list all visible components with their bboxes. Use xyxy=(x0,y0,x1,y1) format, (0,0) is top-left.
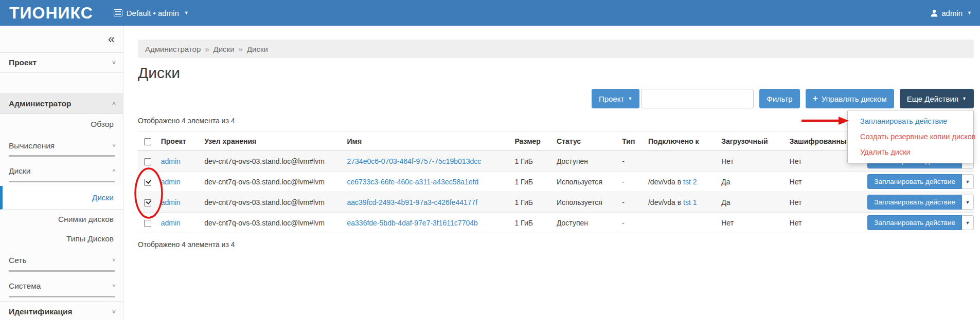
project-link[interactable]: admin xyxy=(161,219,181,227)
menu-item-create-backups[interactable]: Создать резервные копии дисков xyxy=(848,129,973,144)
attached-text: /dev/vda в xyxy=(648,178,683,186)
page-header: Диски xyxy=(138,58,974,85)
disk-name-link[interactable]: 2734e0c6-0703-464f-9757-75c19b013dcc xyxy=(347,157,482,165)
user-icon xyxy=(931,9,938,17)
status-cell: Используется xyxy=(557,192,622,213)
select-all-checkbox[interactable] xyxy=(144,138,151,145)
breadcrumb-item-admin[interactable]: Администратор xyxy=(145,45,201,53)
attached-instance-link[interactable]: tst 2 xyxy=(683,178,697,186)
disk-name-link[interactable]: ea336fde-5bdb-4daf-97e7-3f1611c7704b xyxy=(347,219,478,227)
project-link[interactable]: admin xyxy=(161,157,181,165)
user-menu[interactable]: admin ▼ xyxy=(931,9,980,17)
plus-icon: + xyxy=(813,93,818,104)
column-header-encrypted[interactable]: Зашифрованный xyxy=(790,131,854,151)
sidebar-item-identity[interactable]: Идентификация ˅ xyxy=(0,302,123,320)
host-cell: dev-cnt7q-ovs-03.stand.loc@lvm#lvm xyxy=(204,192,347,213)
sidebar-group-network[interactable]: Сеть ˅ xyxy=(0,250,123,271)
context-label: Default • admin xyxy=(127,9,179,17)
project-filter-dropdown[interactable]: Проект ▼ xyxy=(592,89,639,108)
brand-logo: ТИОНИКС xyxy=(0,4,114,23)
project-link[interactable]: admin xyxy=(161,198,181,206)
sidebar-item-admin[interactable]: Администратор ˄ xyxy=(0,93,123,114)
project-link[interactable]: admin xyxy=(161,178,181,186)
attached-instance-link[interactable]: tst 1 xyxy=(683,198,697,206)
breadcrumb-separator: » xyxy=(205,45,209,53)
app-window: ТИОНИКС Default • admin ▼ admin ▼ « Прое… xyxy=(0,0,980,320)
row-checkbox[interactable] xyxy=(144,179,151,186)
disk-name-link[interactable]: aac39fcd-2493-4b91-97a3-c426fe44177f xyxy=(347,198,478,206)
row-action-caret[interactable]: ▼ xyxy=(962,174,974,189)
shown-count-bottom: Отображено 4 элемента из 4 xyxy=(138,240,974,249)
search-input[interactable] xyxy=(642,89,754,108)
column-header-name[interactable]: Имя xyxy=(347,131,515,151)
encrypted-cell: Нет xyxy=(790,192,854,213)
chevron-down-icon: ˅ xyxy=(112,308,116,315)
sidebar-group-system[interactable]: Система ˅ xyxy=(0,276,123,296)
column-header-size[interactable]: Размер xyxy=(514,131,557,151)
chevron-down-icon: ▼ xyxy=(184,10,189,15)
more-actions-label: Еще Действия xyxy=(907,95,958,103)
sidebar-group-compute[interactable]: Вычисления ˅ xyxy=(0,136,123,156)
size-cell: 1 ГиБ xyxy=(514,192,557,213)
menu-item-delete-disks[interactable]: Удалить диски xyxy=(848,144,973,160)
sidebar-item-label: Система xyxy=(9,281,41,291)
sidebar-collapse-button[interactable]: « xyxy=(0,26,123,52)
user-label: admin xyxy=(941,9,963,17)
column-header-project[interactable]: Проект xyxy=(161,131,204,151)
sidebar-item-label: Снимки дисков xyxy=(58,215,114,224)
column-header-bootable[interactable]: Загрузочный xyxy=(721,131,789,151)
chevron-down-icon: ▼ xyxy=(628,96,632,101)
attached-to-cell: /dev/vda в tst 1 xyxy=(648,192,721,213)
page-title: Диски xyxy=(138,64,974,82)
sidebar-item-project[interactable]: Проект ˅ xyxy=(0,52,123,73)
sidebar-item-label: Администратор xyxy=(9,99,72,108)
row-checkbox[interactable] xyxy=(144,220,151,227)
chevron-down-icon: ▼ xyxy=(967,10,972,15)
bootable-cell: Нет xyxy=(721,213,789,233)
sidebar-group-divider xyxy=(9,155,115,157)
manage-disk-button[interactable]: + Управлять диском xyxy=(806,89,894,108)
disk-name-link[interactable]: ce6733c3-66fe-460c-a311-a43ec58a1efd xyxy=(347,178,479,186)
sidebar-item-label: Проект xyxy=(9,58,37,67)
column-header-attached-to[interactable]: Подключено к xyxy=(648,131,721,151)
sidebar-item-disk-snapshots[interactable]: Снимки дисков xyxy=(0,210,123,229)
sidebar-group-disks[interactable]: Диски ˄ xyxy=(0,160,123,182)
host-cell: dev-cnt7q-ovs-03.stand.loc@lvm#lvm xyxy=(204,172,347,192)
sidebar-item-disk-types[interactable]: Типы Дисков xyxy=(0,229,123,249)
column-header-type[interactable]: Тип xyxy=(622,131,648,151)
row-action-caret[interactable]: ▼ xyxy=(962,195,974,210)
filter-button[interactable]: Фильтр xyxy=(759,89,799,108)
sidebar-group-divider xyxy=(9,270,115,272)
row-action-button[interactable]: Запланировать действие xyxy=(867,215,962,230)
sidebar-item-overview[interactable]: Обзор xyxy=(0,114,123,135)
chevron-down-icon: ˅ xyxy=(112,257,116,264)
table-row: admin dev-cnt7q-ovs-03.stand.loc@lvm#lvm… xyxy=(138,172,974,192)
bootable-cell: Да xyxy=(721,172,789,192)
row-checkbox[interactable] xyxy=(144,158,151,165)
status-cell: Доступен xyxy=(557,213,622,233)
row-checkbox[interactable] xyxy=(144,199,151,206)
row-action-caret[interactable]: ▼ xyxy=(962,215,974,230)
chevron-down-icon: ˅ xyxy=(112,283,116,290)
breadcrumb-item-disks-page: Диски xyxy=(247,45,268,53)
sidebar-item-disks-active[interactable]: Диски xyxy=(0,186,123,210)
row-action-button[interactable]: Запланировать действие xyxy=(867,174,962,189)
host-cell: dev-cnt7q-ovs-03.stand.loc@lvm#lvm xyxy=(204,151,347,172)
row-action-button[interactable]: Запланировать действие xyxy=(867,195,962,210)
sidebar-group-divider xyxy=(9,181,115,182)
domain-project-switcher[interactable]: Default • admin ▼ xyxy=(114,9,189,17)
host-cell: dev-cnt7q-ovs-03.stand.loc@lvm#lvm xyxy=(204,213,347,233)
breadcrumb-item-disks[interactable]: Диски xyxy=(213,45,235,53)
column-header-status[interactable]: Статус xyxy=(557,131,622,151)
attached-to-cell xyxy=(648,213,721,233)
more-actions-button[interactable]: Еще Действия ▼ xyxy=(900,89,974,108)
menu-item-schedule-action[interactable]: Запланировать действие xyxy=(848,114,973,129)
breadcrumb: Администратор » Диски » Диски xyxy=(138,40,974,58)
size-cell: 1 ГиБ xyxy=(514,151,557,172)
column-header-host[interactable]: Узел хранения xyxy=(204,131,347,151)
panel-icon xyxy=(114,9,122,16)
project-filter-label: Проект xyxy=(599,95,624,103)
more-actions-menu: Запланировать действие Создать резервные… xyxy=(847,110,974,163)
sidebar-item-label: Типы Дисков xyxy=(66,234,114,243)
sidebar-item-label: Обзор xyxy=(91,120,114,129)
